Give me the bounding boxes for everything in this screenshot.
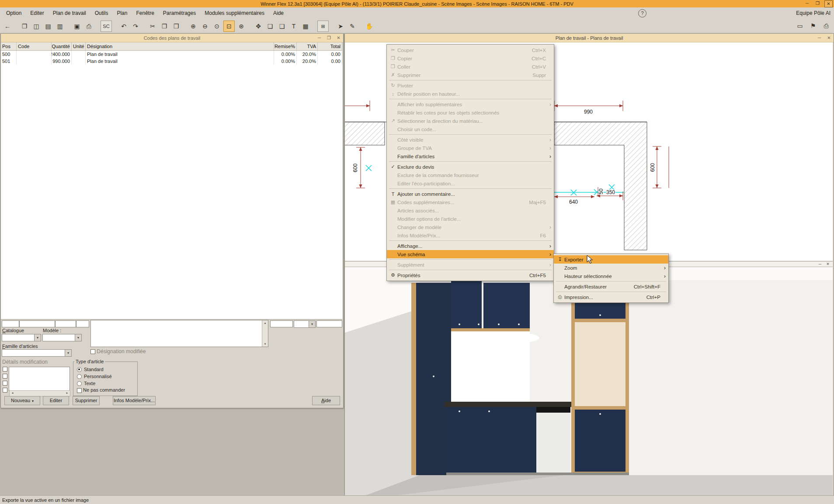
context-menu-item[interactable]: Groupe de TVA ›: [387, 144, 554, 152]
codes-window-titlebar[interactable]: Codes des plans de travail ─ ❐ ✕: [1, 34, 343, 42]
pane-close-button[interactable]: ✕: [825, 261, 831, 267]
menubar-item[interactable]: Fenêtre: [132, 8, 158, 18]
ne-pas-commander-checkbox[interactable]: Ne pas commander: [77, 387, 125, 393]
scroll-right-icon[interactable]: ▸: [64, 391, 70, 395]
designation-modifiee-checkbox[interactable]: Désignation modifiée: [90, 348, 146, 355]
col-remise[interactable]: Remise%: [274, 42, 297, 50]
views-icon[interactable]: ⚑: [808, 21, 818, 31]
redo-icon[interactable]: ↷: [130, 21, 141, 31]
help-icon[interactable]: ?: [638, 9, 646, 17]
context-menu-item[interactable]: Vue schéma ›: [387, 250, 554, 258]
comment-icon[interactable]: ❏: [265, 21, 275, 31]
submenu-item[interactable]: ↧ Exporter: [554, 255, 668, 264]
undo-icon[interactable]: ↶: [118, 21, 129, 31]
split-view-icon[interactable]: ◫: [31, 21, 42, 31]
copy-icon[interactable]: ❐: [159, 21, 170, 31]
nouveau-button[interactable]: Nouveau▾: [4, 396, 40, 405]
context-menu-item[interactable]: Rétablir les cotes pour les objets sélec…: [387, 108, 554, 117]
details-scrollbar[interactable]: ◂ ▸: [9, 390, 70, 396]
cut-icon[interactable]: ✂: [147, 21, 158, 31]
chevron-down-icon[interactable]: ▾: [75, 334, 81, 341]
codes-close-button[interactable]: ✕: [336, 35, 341, 41]
col-total[interactable]: Total: [318, 42, 342, 50]
col-designation[interactable]: Désignation: [86, 42, 274, 50]
table-row[interactable]: 500 2400.000 Plan de travail 0.00% 20.0%…: [1, 51, 342, 58]
total-input[interactable]: [316, 320, 342, 327]
scroll-down-icon[interactable]: ▾: [262, 341, 268, 347]
col-pos[interactable]: Pos: [1, 42, 17, 50]
worktop-left[interactable]: [345, 122, 385, 145]
famille-articles-select[interactable]: ▾: [2, 349, 72, 357]
menubar-item[interactable]: Editer: [26, 8, 48, 18]
zoom-previous-icon[interactable]: ⊙: [212, 21, 222, 31]
codes-maximize-button[interactable]: ❐: [326, 35, 332, 41]
context-menu-item[interactable]: Editer l'éco-participation...: [387, 179, 554, 188]
quantite-input[interactable]: [55, 320, 76, 327]
pan-icon[interactable]: ✥: [253, 21, 264, 31]
menubar-item[interactable]: Plan de travail: [49, 8, 90, 18]
context-menu-item[interactable]: Famille d'articles ›: [387, 152, 554, 160]
context-menu-item[interactable]: ❐ Copier Ctrl+C: [387, 54, 554, 63]
menubar-item[interactable]: Outils: [90, 8, 113, 18]
stamp-icon[interactable]: ✋: [364, 21, 375, 31]
context-menu-item[interactable]: Exclure de la commande fournisseur: [387, 171, 554, 179]
col-unite[interactable]: Unité: [72, 42, 86, 50]
plan-window-titlebar[interactable]: Plan de travail - Plans de travail ─ ✕: [345, 34, 834, 42]
paste-icon[interactable]: ❒: [171, 21, 181, 31]
chevron-down-icon[interactable]: ▾: [34, 334, 41, 341]
zoom-all-icon[interactable]: ⊛: [236, 21, 247, 31]
menubar-item[interactable]: Plan: [112, 8, 132, 18]
type-article-radio[interactable]: Texte: [77, 380, 136, 387]
type-article-radio[interactable]: Standard: [77, 366, 136, 373]
menubar-item[interactable]: Modules supplémentaires: [200, 8, 269, 18]
chevron-down-icon[interactable]: ▾: [65, 350, 71, 356]
supprimer-button[interactable]: Supprimer: [73, 396, 100, 405]
submenu-item[interactable]: Agrandir/Restaurer Ctrl+Shift+F: [554, 282, 668, 291]
detail-checkbox[interactable]: [3, 381, 7, 386]
close-button[interactable]: ✕: [824, 0, 833, 7]
col-tva[interactable]: TVA: [297, 42, 318, 50]
type-article-radio[interactable]: Personnalisé: [77, 373, 136, 380]
detail-checkbox[interactable]: [3, 388, 7, 393]
calculator-icon[interactable]: ⊞: [317, 21, 329, 32]
new-plan-icon[interactable]: ❐: [19, 21, 30, 31]
submenu-item[interactable]: Zoom ›: [554, 264, 668, 272]
sc-button[interactable]: SC: [101, 21, 112, 32]
scroll-left-icon[interactable]: ◂: [10, 391, 15, 395]
menubar-item[interactable]: Option: [2, 8, 26, 18]
code-input[interactable]: [19, 320, 55, 327]
context-menu-item[interactable]: Articles associés...: [387, 206, 554, 215]
pane-minimize-button[interactable]: ─: [817, 261, 823, 267]
save-icon[interactable]: ▣: [72, 21, 82, 31]
context-menu-item[interactable]: ↕ Définir position en hauteur...: [387, 90, 554, 98]
context-menu-item[interactable]: Affichage... ›: [387, 242, 554, 250]
context-menu-item[interactable]: Modifier options de l'article...: [387, 215, 554, 223]
context-menu-item[interactable]: Choisir un code...: [387, 125, 554, 133]
context-menu-item[interactable]: Côté visible ›: [387, 136, 554, 144]
context-menu-item[interactable]: ↻ Pivoter: [387, 81, 554, 90]
editer-button[interactable]: Editer: [43, 396, 69, 405]
context-menu-item[interactable]: ↗ Sélectionner la direction du matériau.…: [387, 117, 554, 125]
plan-close-button[interactable]: ✕: [826, 35, 832, 41]
context-menu-item[interactable]: ❒ Coller Ctrl+V: [387, 63, 554, 71]
pos-input[interactable]: [2, 320, 19, 327]
modele-select[interactable]: ▾: [42, 334, 82, 341]
menubar-item[interactable]: Aide: [269, 8, 288, 18]
context-menu-item[interactable]: ✂ Couper Ctrl+X: [387, 46, 554, 54]
chart-icon[interactable]: ▦: [300, 21, 311, 31]
tva-select[interactable]: ▾: [294, 320, 316, 328]
context-menu-item[interactable]: T Ajouter un commentaire...: [387, 190, 554, 198]
zoom-in-icon[interactable]: ⊕: [188, 21, 198, 31]
context-menu-item[interactable]: Changer de modèle ›: [387, 223, 554, 231]
chevron-down-icon[interactable]: ▾: [309, 321, 315, 327]
designation-scrollbar[interactable]: ▴ ▾: [262, 320, 268, 347]
measurements-icon[interactable]: ▥: [55, 21, 65, 31]
designation-textarea[interactable]: ▴ ▾: [90, 320, 268, 347]
remise-input[interactable]: [270, 320, 293, 327]
table-row[interactable]: 501 990.000 Plan de travail 0.00% 20.0% …: [1, 58, 342, 65]
unite-input[interactable]: [76, 320, 89, 327]
maximize-button[interactable]: ❐: [814, 0, 821, 7]
details-list[interactable]: ◂ ▸: [9, 367, 70, 391]
infos-modele-prix-button[interactable]: Infos Modèle/Prix...: [113, 396, 156, 405]
catalogue-select[interactable]: ▾: [2, 334, 41, 341]
